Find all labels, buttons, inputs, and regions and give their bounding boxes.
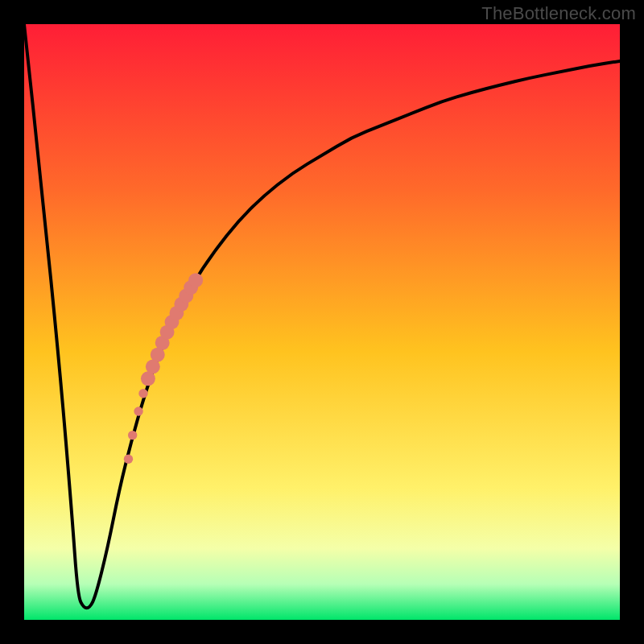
watermark-text: TheBottleneck.com [481, 3, 636, 24]
gradient-background [24, 24, 620, 620]
marker-dot [134, 407, 142, 415]
marker-dot [128, 431, 137, 440]
marker-dot [138, 389, 147, 398]
chart-svg [24, 24, 620, 620]
chart-container: TheBottleneck.com [0, 0, 644, 644]
plot-area [24, 24, 620, 620]
marker-dot [188, 273, 203, 287]
marker-dot [124, 455, 133, 464]
